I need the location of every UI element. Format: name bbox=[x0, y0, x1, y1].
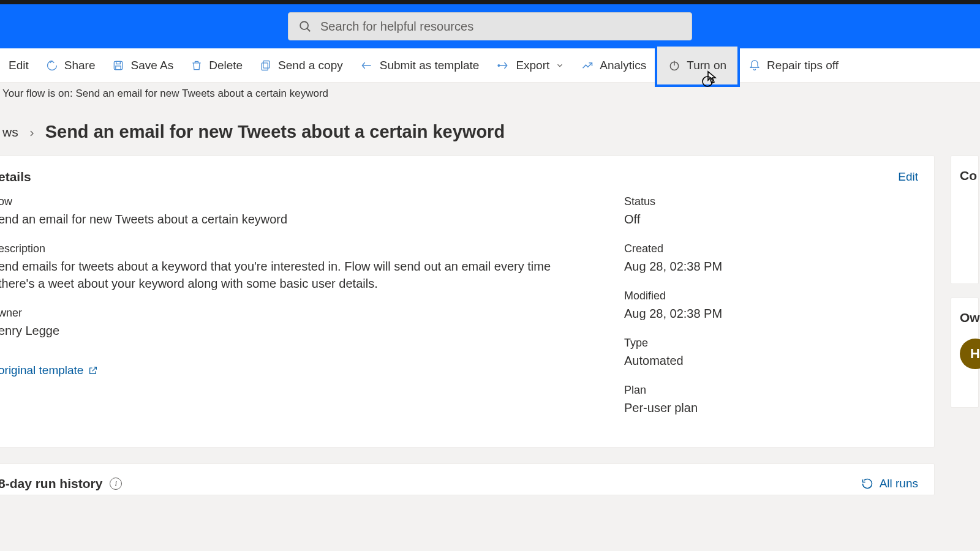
owners-heading: Ow bbox=[960, 310, 978, 325]
share-button[interactable]: Share bbox=[37, 48, 104, 82]
svg-point-0 bbox=[300, 21, 308, 29]
plan-label: Plan bbox=[624, 384, 918, 397]
owner-avatar[interactable]: H bbox=[960, 339, 980, 369]
analytics-icon bbox=[581, 59, 594, 72]
search-input[interactable] bbox=[320, 20, 682, 34]
turnon-label: Turn on bbox=[687, 59, 726, 72]
details-edit-link[interactable]: Edit bbox=[898, 170, 918, 184]
status-value: Off bbox=[624, 211, 918, 228]
status-message: Your flow is on: Send an email for new T… bbox=[0, 83, 980, 105]
turnon-button[interactable]: Turn on bbox=[655, 44, 740, 87]
repair-label: Repair tips off bbox=[767, 59, 839, 72]
modified-label: Modified bbox=[624, 290, 918, 302]
owner-value: enry Legge bbox=[0, 322, 569, 339]
save-icon bbox=[112, 59, 124, 72]
flow-label: ow bbox=[0, 195, 569, 208]
sendcopy-label: Send a copy bbox=[278, 59, 343, 72]
external-link-icon bbox=[88, 365, 98, 375]
details-heading: etails bbox=[0, 170, 31, 184]
run-history-heading: 8-day run history bbox=[0, 476, 102, 491]
all-runs-label: All runs bbox=[880, 477, 918, 490]
all-runs-link[interactable]: All runs bbox=[861, 477, 918, 490]
saveas-button[interactable]: Save As bbox=[104, 48, 182, 82]
delete-button[interactable]: Delete bbox=[182, 48, 251, 82]
refresh-icon bbox=[861, 478, 873, 490]
share-icon bbox=[46, 59, 58, 72]
type-label: Type bbox=[624, 337, 918, 350]
power-icon bbox=[668, 59, 680, 72]
svg-rect-3 bbox=[116, 61, 121, 64]
analytics-button[interactable]: Analytics bbox=[573, 48, 655, 82]
submit-button[interactable]: Submit as template bbox=[352, 48, 488, 82]
export-icon bbox=[496, 59, 510, 72]
chevron-down-icon bbox=[556, 61, 564, 70]
command-bar: Edit Share Save As Delete Send a copy Su… bbox=[0, 48, 980, 83]
export-button[interactable]: Export bbox=[488, 48, 573, 82]
submit-icon bbox=[360, 59, 374, 72]
breadcrumb: ws Send an email for new Tweets about a … bbox=[0, 105, 980, 156]
original-template-link[interactable]: original template bbox=[0, 364, 569, 377]
analytics-label: Analytics bbox=[600, 59, 646, 72]
svg-point-9 bbox=[498, 64, 500, 66]
bell-icon bbox=[748, 59, 761, 72]
edit-label: Edit bbox=[9, 59, 29, 72]
sendcopy-button[interactable]: Send a copy bbox=[251, 48, 352, 82]
description-label: escription bbox=[0, 242, 569, 255]
connections-card: Co bbox=[951, 156, 979, 284]
created-value: Aug 28, 02:38 PM bbox=[624, 258, 918, 275]
trash-icon bbox=[190, 59, 203, 72]
search-box[interactable] bbox=[288, 12, 692, 40]
copy-icon bbox=[260, 59, 272, 72]
owners-card: Ow H bbox=[951, 298, 979, 408]
submit-label: Submit as template bbox=[380, 59, 480, 72]
svg-rect-6 bbox=[262, 62, 268, 70]
type-value: Automated bbox=[624, 352, 918, 369]
connections-heading: Co bbox=[960, 168, 978, 183]
flow-value: end an email for new Tweets about a cert… bbox=[0, 211, 569, 228]
export-label: Export bbox=[516, 59, 549, 72]
owner-label: wner bbox=[0, 307, 569, 320]
created-label: Created bbox=[624, 242, 918, 255]
edit-button[interactable]: Edit bbox=[0, 48, 37, 82]
modified-value: Aug 28, 02:38 PM bbox=[624, 305, 918, 322]
svg-line-1 bbox=[307, 28, 310, 31]
saveas-label: Save As bbox=[130, 59, 173, 72]
plan-value: Per-user plan bbox=[624, 399, 918, 416]
svg-rect-5 bbox=[263, 61, 270, 68]
run-history-card: 8-day run history i All runs bbox=[0, 463, 935, 495]
svg-rect-4 bbox=[116, 66, 121, 69]
browser-chrome-bar bbox=[0, 0, 980, 4]
original-template-label: original template bbox=[0, 364, 83, 377]
chevron-right-icon bbox=[27, 129, 37, 138]
details-card: etails Edit ow end an email for new Twee… bbox=[0, 156, 935, 448]
info-icon[interactable]: i bbox=[110, 478, 122, 490]
status-label: Status bbox=[624, 195, 918, 208]
description-value: end emails for tweets about a keyword th… bbox=[0, 258, 569, 292]
search-icon bbox=[298, 20, 312, 33]
delete-label: Delete bbox=[209, 59, 243, 72]
repair-button[interactable]: Repair tips off bbox=[740, 48, 847, 82]
app-header bbox=[0, 4, 980, 48]
page-title: Send an email for new Tweets about a cer… bbox=[45, 122, 505, 142]
share-label: Share bbox=[64, 59, 96, 72]
breadcrumb-root[interactable]: ws bbox=[2, 125, 18, 140]
